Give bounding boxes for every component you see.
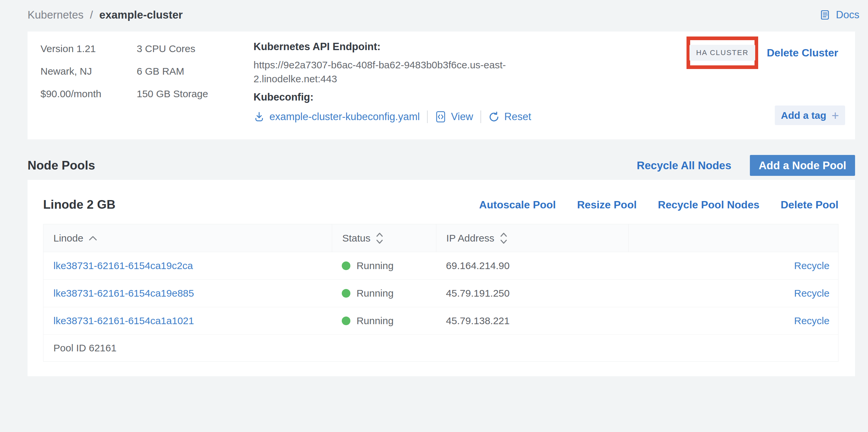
status-cell: Running <box>332 315 436 327</box>
breadcrumb-cluster-name: example-cluster <box>99 9 183 21</box>
top-bar: Kubernetes / example-cluster Docs <box>0 0 868 30</box>
api-endpoint-url: https://9e2a7307-b6ac-408f-ba62-9483b0b3… <box>253 58 554 86</box>
download-icon <box>253 111 265 123</box>
pool-action-links: Autoscale Pool Resize Pool Recycle Pool … <box>479 199 838 211</box>
delete-pool-link[interactable]: Delete Pool <box>781 199 838 211</box>
ip-address: 69.164.214.90 <box>446 260 510 271</box>
table-row: lke38731-62161-6154ca1a1021 Running 45.7… <box>43 307 838 335</box>
plus-icon: + <box>832 111 839 120</box>
column-header-ip-address[interactable]: IP Address <box>436 224 628 252</box>
breadcrumb-kubernetes[interactable]: Kubernetes <box>28 9 84 21</box>
spec-version: Version 1.21 <box>40 43 137 54</box>
kubeconfig-view-link[interactable]: View <box>435 111 473 123</box>
pool-header: Linode 2 GB Autoscale Pool Resize Pool R… <box>43 180 838 214</box>
kubeconfig-reset-link[interactable]: Reset <box>488 111 531 123</box>
sort-both-icon <box>376 232 383 245</box>
status-text: Running <box>356 315 394 327</box>
spec-region: Newark, NJ <box>40 66 137 76</box>
row-actions-cell: Recycle <box>628 315 838 327</box>
recycle-node-link[interactable]: Recycle <box>794 260 830 271</box>
annotation-highlight-box: HA CLUSTER <box>686 36 758 69</box>
refresh-icon <box>488 111 500 123</box>
status-cell: Running <box>332 288 436 299</box>
kubeconfig-download-link[interactable]: example-cluster-kubeconfig.yaml <box>253 111 420 123</box>
ha-cluster-badge: HA CLUSTER <box>689 45 755 61</box>
ip-cell: 69.164.214.90 <box>436 260 628 271</box>
spec-price: $90.00/month <box>40 89 137 99</box>
docs-icon <box>819 9 831 21</box>
recycle-node-link[interactable]: Recycle <box>794 288 830 299</box>
sort-both-icon <box>500 232 508 245</box>
kubeconfig-reset-label: Reset <box>504 111 531 123</box>
add-tag-label: Add a tag <box>781 110 827 121</box>
ip-address: 45.79.138.221 <box>446 315 510 327</box>
status-running-icon <box>342 316 350 325</box>
row-actions-cell: Recycle <box>628 288 838 299</box>
column-label-ip-address: IP Address <box>446 233 494 244</box>
linode-cell: lke38731-62161-6154ca19e885 <box>43 288 332 299</box>
recycle-node-link[interactable]: Recycle <box>794 315 830 327</box>
node-pools-bar: Node Pools Recycle All Nodes Add a Node … <box>28 155 855 176</box>
table-row: lke38731-62161-6154ca19e885 Running 45.7… <box>43 279 838 307</box>
column-header-status[interactable]: Status <box>332 224 436 252</box>
docs-label: Docs <box>836 9 859 21</box>
nodes-table: Linode Status <box>43 224 838 362</box>
column-label-linode: Linode <box>54 233 83 244</box>
status-text: Running <box>356 260 394 271</box>
api-endpoint-label: Kubernetes API Endpoint: <box>253 41 554 53</box>
recycle-all-nodes-link[interactable]: Recycle All Nodes <box>637 159 731 172</box>
ip-cell: 45.79.191.250 <box>436 288 628 299</box>
page: Kubernetes / example-cluster Docs Versio… <box>0 0 868 432</box>
recycle-pool-nodes-link[interactable]: Recycle Pool Nodes <box>658 199 760 211</box>
kubeconfig-label: Kubeconfig: <box>253 91 531 103</box>
docs-link[interactable]: Docs <box>819 9 859 21</box>
column-header-linode[interactable]: Linode <box>43 224 332 252</box>
column-label-status: Status <box>342 233 370 244</box>
add-node-pool-button[interactable]: Add a Node Pool <box>750 155 855 176</box>
add-tag-button[interactable]: Add a tag + <box>775 105 845 125</box>
node-pools-title: Node Pools <box>28 159 95 173</box>
autoscale-pool-link[interactable]: Autoscale Pool <box>479 199 556 211</box>
nodes-table-header: Linode Status <box>43 224 838 252</box>
breadcrumb-separator: / <box>90 9 93 21</box>
node-pool-card: Linode 2 GB Autoscale Pool Resize Pool R… <box>28 180 855 376</box>
cluster-summary-card: Version 1.21 3 CPU Cores Newark, NJ 6 GB… <box>28 32 855 140</box>
linode-cell: lke38731-62161-6154ca1a1021 <box>43 315 332 327</box>
kubeconfig-actions: example-cluster-kubeconfig.yaml View <box>253 109 531 124</box>
status-cell: Running <box>332 260 436 271</box>
divider <box>480 111 481 123</box>
sort-ascending-icon <box>89 236 97 241</box>
code-file-icon <box>435 111 446 123</box>
ip-address: 45.79.191.250 <box>446 288 510 299</box>
kubeconfig-file-name: example-cluster-kubeconfig.yaml <box>270 111 420 123</box>
delete-cluster-link[interactable]: Delete Cluster <box>767 47 838 59</box>
node-link[interactable]: lke38731-62161-6154ca19c2ca <box>54 260 193 271</box>
pool-id-text: Pool ID 62161 <box>54 342 117 354</box>
status-running-icon <box>342 289 350 298</box>
node-link[interactable]: lke38731-62161-6154ca19e885 <box>54 288 194 299</box>
resize-pool-link[interactable]: Resize Pool <box>577 199 637 211</box>
kubeconfig-view-label: View <box>451 111 473 123</box>
cluster-specs: Version 1.21 3 CPU Cores Newark, NJ 6 GB… <box>40 43 276 99</box>
pool-name: Linode 2 GB <box>43 198 116 212</box>
status-running-icon <box>342 261 350 270</box>
status-text: Running <box>356 288 394 299</box>
node-link[interactable]: lke38731-62161-6154ca1a1021 <box>54 315 194 327</box>
breadcrumb: Kubernetes / example-cluster <box>28 9 183 21</box>
pool-id-footer: Pool ID 62161 <box>43 335 838 361</box>
linode-cell: lke38731-62161-6154ca19c2ca <box>43 260 332 271</box>
column-header-actions <box>628 224 838 252</box>
divider <box>427 111 428 123</box>
api-endpoint-block: Kubernetes API Endpoint: https://9e2a730… <box>253 41 554 86</box>
ip-cell: 45.79.138.221 <box>436 315 628 327</box>
row-actions-cell: Recycle <box>628 260 838 271</box>
node-pools-actions: Recycle All Nodes Add a Node Pool <box>637 155 855 176</box>
kubeconfig-block: Kubeconfig: example-cluster-kubeconfig.y… <box>253 91 531 124</box>
table-row: lke38731-62161-6154ca19c2ca Running 69.1… <box>43 252 838 279</box>
